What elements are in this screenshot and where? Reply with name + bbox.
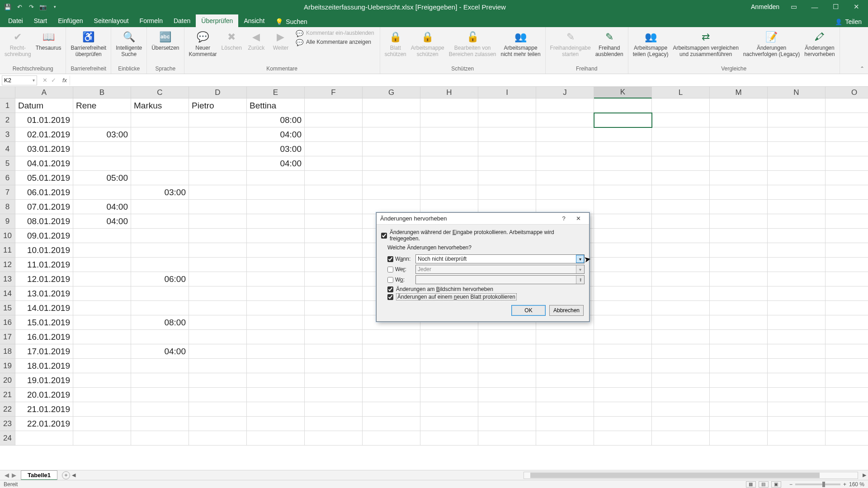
cell[interactable] xyxy=(363,373,420,388)
cell[interactable]: 06.01.2019 xyxy=(15,185,73,200)
cell[interactable]: 12.01.2019 xyxy=(15,272,73,286)
row-header[interactable]: 12 xyxy=(0,258,15,272)
cell[interactable] xyxy=(594,229,652,243)
cell[interactable] xyxy=(768,127,826,142)
row-header[interactable]: 22 xyxy=(0,402,15,417)
cell[interactable] xyxy=(305,127,363,142)
cell[interactable] xyxy=(73,330,131,344)
cell[interactable]: 20.01.2019 xyxy=(15,388,73,402)
tab-daten[interactable]: Daten xyxy=(168,14,196,27)
cell[interactable] xyxy=(536,373,594,388)
maximize-icon[interactable]: ☐ xyxy=(829,0,842,13)
cell[interactable] xyxy=(710,171,768,185)
row-header[interactable]: 23 xyxy=(0,417,15,431)
column-header[interactable]: J xyxy=(536,87,594,99)
cell[interactable]: 03.01.2019 xyxy=(15,142,73,156)
column-header[interactable]: F xyxy=(305,87,363,99)
tab-einfügen[interactable]: Einfügen xyxy=(52,14,88,27)
cell[interactable] xyxy=(305,431,363,446)
cell[interactable] xyxy=(305,156,363,171)
cell[interactable] xyxy=(594,402,652,417)
zoom-out-icon[interactable]: − xyxy=(789,481,793,488)
cell[interactable] xyxy=(73,272,131,286)
row-header[interactable]: 3 xyxy=(0,127,15,142)
cell[interactable] xyxy=(768,402,826,417)
cell[interactable] xyxy=(478,359,536,373)
tab-seitenlayout[interactable]: Seitenlayout xyxy=(89,14,134,27)
column-header[interactable]: M xyxy=(710,87,768,99)
cell[interactable] xyxy=(594,171,652,185)
cell[interactable]: 10.01.2019 xyxy=(15,243,73,258)
cell[interactable] xyxy=(73,142,131,156)
cell[interactable] xyxy=(73,315,131,330)
cell[interactable] xyxy=(536,330,594,344)
cell[interactable] xyxy=(131,431,189,446)
cell[interactable] xyxy=(420,113,478,127)
cell[interactable] xyxy=(363,330,420,344)
cell[interactable] xyxy=(189,330,247,344)
cell[interactable] xyxy=(420,99,478,113)
cell[interactable]: 17.01.2019 xyxy=(15,344,73,359)
cell[interactable]: 04:00 xyxy=(73,200,131,214)
redo-icon[interactable]: ↷ xyxy=(27,3,35,11)
cell[interactable] xyxy=(826,185,868,200)
scrollbar-thumb[interactable] xyxy=(530,473,820,478)
cell[interactable] xyxy=(247,258,305,272)
cell[interactable] xyxy=(73,229,131,243)
cell[interactable] xyxy=(826,200,868,214)
cell[interactable] xyxy=(710,258,768,272)
row-header[interactable]: 7 xyxy=(0,185,15,200)
cell[interactable] xyxy=(247,272,305,286)
tell-me-search[interactable]: 💡 Suchen xyxy=(270,16,312,27)
row-header[interactable]: 6 xyxy=(0,171,15,185)
cell[interactable] xyxy=(189,200,247,214)
row-header[interactable]: 1 xyxy=(0,99,15,113)
row-header[interactable]: 4 xyxy=(0,142,15,156)
cell[interactable] xyxy=(420,344,478,359)
view-normal-icon[interactable]: ▦ xyxy=(746,481,756,488)
cell[interactable] xyxy=(247,330,305,344)
cell[interactable] xyxy=(420,127,478,142)
cell[interactable] xyxy=(189,272,247,286)
cell[interactable] xyxy=(710,286,768,301)
cell[interactable] xyxy=(131,417,189,431)
cell[interactable] xyxy=(305,200,363,214)
cell[interactable] xyxy=(478,417,536,431)
cell[interactable]: Rene xyxy=(73,99,131,113)
cell[interactable] xyxy=(594,431,652,446)
cell[interactable] xyxy=(826,373,868,388)
mappe-teilen-button[interactable]: 👥Arbeitsmappeteilen (Legacy) xyxy=(631,29,670,65)
cell[interactable] xyxy=(305,113,363,127)
cell[interactable]: 04.01.2019 xyxy=(15,156,73,171)
cell[interactable] xyxy=(478,185,536,200)
sign-in-button[interactable]: Anmelden xyxy=(751,3,779,10)
aenderungen-hervorheben-button[interactable]: 🖍Änderungenhervorheben xyxy=(802,29,836,65)
row-header[interactable]: 11 xyxy=(0,243,15,258)
cell[interactable]: Pietro xyxy=(189,99,247,113)
cell[interactable] xyxy=(131,301,189,315)
sheet-tab[interactable]: Tabelle1 xyxy=(21,470,57,480)
cell[interactable]: 03:00 xyxy=(73,127,131,142)
cell[interactable] xyxy=(768,315,826,330)
cell[interactable] xyxy=(826,127,868,142)
cell[interactable] xyxy=(768,243,826,258)
tab-start[interactable]: Start xyxy=(28,14,53,27)
cell[interactable] xyxy=(189,388,247,402)
cell[interactable] xyxy=(363,127,420,142)
tab-überprüfen[interactable]: Überprüfen xyxy=(196,14,238,27)
cell[interactable] xyxy=(594,388,652,402)
cell[interactable] xyxy=(710,301,768,315)
row-header[interactable]: 5 xyxy=(0,156,15,171)
cell[interactable] xyxy=(710,330,768,344)
cell[interactable] xyxy=(594,156,652,171)
cell[interactable]: Bettina xyxy=(247,99,305,113)
track-changes-checkbox[interactable]: Änderungen während der Eingabe protokoll… xyxy=(381,229,585,242)
cell[interactable] xyxy=(826,431,868,446)
mappe-nicht-teilen-button[interactable]: 👥Arbeitsmappenicht mehr teilen xyxy=(499,29,542,65)
cell[interactable] xyxy=(131,388,189,402)
cell[interactable]: Markus xyxy=(131,99,189,113)
cell[interactable] xyxy=(478,373,536,388)
cell[interactable] xyxy=(652,200,710,214)
cell[interactable]: 16.01.2019 xyxy=(15,330,73,344)
cell[interactable] xyxy=(189,156,247,171)
